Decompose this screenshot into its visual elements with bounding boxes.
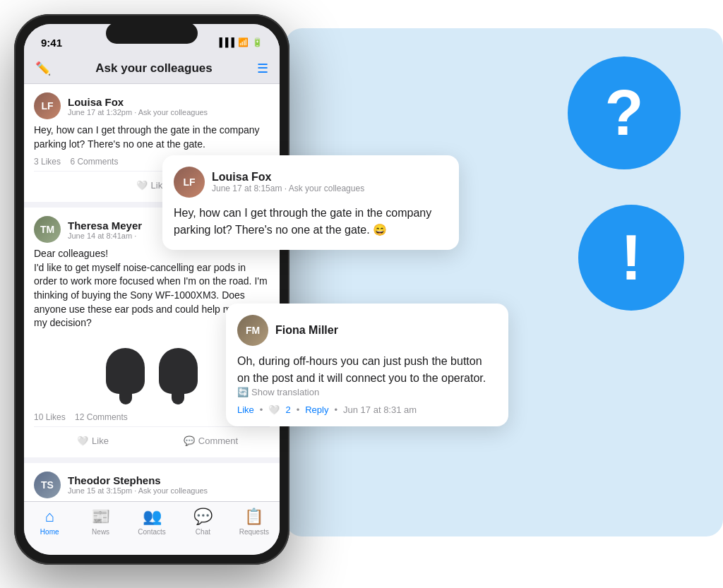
card-question-header: LF Louisa Fox June 17 at 8:15am · Ask yo… (174, 167, 448, 198)
post-author-louisa: Louisa Fox (68, 96, 270, 108)
compose-icon[interactable]: ✏️ (35, 61, 51, 76)
comment-icon: 💬 (184, 436, 195, 446)
tab-home-label: Home (40, 528, 59, 536)
app-header-title: Ask your colleagues (95, 61, 212, 76)
heart-icon: 🤍 (136, 180, 148, 191)
tab-news[interactable]: 📰 News (75, 508, 126, 536)
avatar-theodor: TS (34, 472, 61, 498)
status-time: 9:41 (41, 37, 62, 49)
comment-button-theresa[interactable]: 💬 Comment (152, 433, 270, 449)
reply-like-button[interactable]: Like (237, 404, 254, 415)
contacts-icon: 👥 (143, 508, 162, 526)
post-header-theodor: TS Theodor Stephens June 15 at 3:15pm · … (34, 472, 270, 498)
post-meta-theodor: Theodor Stephens June 15 at 3:15pm · Ask… (68, 474, 270, 495)
comments-louisa: 6 Comments (70, 157, 118, 167)
phone-screen: 9:41 ▐▐▐ 📶 🔋 ✏️ Ask your colleagues ☰ LF (24, 24, 280, 555)
card-avatar-louisa: LF (174, 167, 205, 198)
like-button-theresa[interactable]: 🤍 Like (34, 433, 152, 449)
reply-heart-icon: 🤍 (268, 404, 280, 415)
likes-louisa: 3 Likes (34, 157, 61, 167)
card-translate[interactable]: 🔄 Show translation (237, 387, 497, 397)
tab-home[interactable]: ⌂ Home (24, 508, 75, 536)
post-sub-theodor: June 15 at 3:15pm · Ask your colleagues (68, 486, 270, 495)
battery-icon: 🔋 (252, 37, 263, 47)
likes-theresa: 10 Likes (34, 412, 66, 422)
requests-icon: 📋 (244, 508, 263, 526)
post-actions-theresa: 🤍 Like 💬 Comment (34, 426, 270, 449)
card-question-meta: Louisa Fox June 17 at 8:15am · Ask your … (212, 171, 364, 193)
phone-frame: 9:41 ▐▐▐ 📶 🔋 ✏️ Ask your colleagues ☰ LF (14, 14, 289, 565)
phone-notch (106, 23, 198, 44)
card-avatar-fiona: FM (237, 315, 268, 346)
tab-news-label: News (92, 528, 109, 536)
card-reply-actions: Like • 🤍 2 • Reply • Jun 17 at 8:31 am (237, 404, 497, 415)
card-question-author: Louisa Fox (212, 171, 364, 184)
comments-theresa: 12 Comments (75, 412, 128, 422)
reply-time: Jun 17 at 8:31 am (343, 404, 417, 415)
post-author-theodor: Theodor Stephens (68, 474, 270, 486)
tab-chat[interactable]: 💬 Chat (177, 508, 228, 536)
wifi-icon: 📶 (238, 37, 249, 47)
tab-requests[interactable]: 📋 Requests (229, 508, 280, 536)
phone-device: 9:41 ▐▐▐ 📶 🔋 ✏️ Ask your colleagues ☰ LF (14, 14, 289, 565)
card-reply-header: FM Fiona Miller (237, 315, 497, 346)
earbud-right (159, 348, 198, 394)
translate-icon: 🔄 (237, 387, 249, 397)
avatar-theresa: TM (34, 216, 61, 243)
tab-chat-label: Chat (196, 528, 210, 536)
reply-button[interactable]: Reply (305, 404, 328, 415)
floating-reply-card: FM Fiona Miller Oh, during off-hours you… (226, 304, 508, 426)
avatar-louisa: LF (34, 92, 61, 119)
signal-icon: ▐▐▐ (216, 37, 234, 47)
status-icons: ▐▐▐ 📶 🔋 (216, 37, 263, 47)
reply-like-count: 2 (285, 404, 290, 415)
menu-icon[interactable]: ☰ (257, 61, 268, 76)
app-header: ✏️ Ask your colleagues ☰ (24, 55, 280, 84)
chat-icon: 💬 (193, 508, 213, 526)
news-icon: 📰 (91, 508, 110, 526)
card-question-sub: June 17 at 8:15am · Ask your colleagues (212, 184, 364, 193)
tab-contacts[interactable]: 👥 Contacts (126, 508, 177, 536)
tab-contacts-label: Contacts (138, 528, 165, 536)
earbud-left (106, 348, 145, 394)
home-icon: ⌂ (45, 508, 54, 526)
post-sub-louisa: June 17 at 1:32pm · Ask your colleagues (68, 108, 270, 116)
card-reply-author: Fiona Miller (275, 324, 338, 337)
post-text-louisa: Hey, how can I get through the gate in t… (34, 124, 270, 151)
card-question-text: Hey, how can I get through the gate in t… (174, 205, 448, 239)
floating-question-card: LF Louisa Fox June 17 at 8:15am · Ask yo… (162, 155, 459, 250)
post-meta-louisa: Louisa Fox June 17 at 1:32pm · Ask your … (68, 96, 270, 116)
post-header-louisa: LF Louisa Fox June 17 at 1:32pm · Ask yo… (34, 92, 270, 119)
heart-icon-2: 🤍 (77, 436, 88, 446)
question-circle: ? (568, 56, 681, 169)
card-reply-text: Oh, during off-hours you can just push t… (237, 353, 497, 387)
exclamation-circle: ! (578, 205, 684, 311)
tab-requests-label: Requests (239, 528, 269, 536)
tab-bar: ⌂ Home 📰 News 👥 Contacts 💬 Chat 📋 (24, 501, 280, 555)
